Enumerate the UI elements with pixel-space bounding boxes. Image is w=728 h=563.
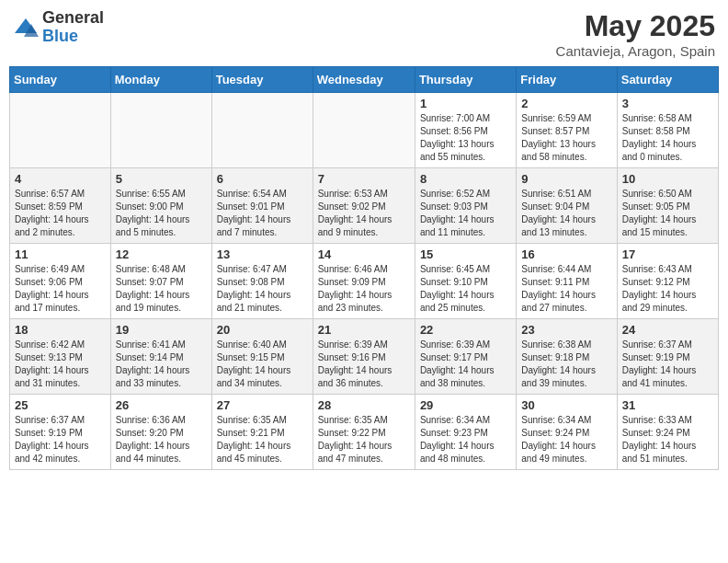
day-info-line: Sunrise: 6:43 AM	[622, 264, 692, 274]
day-info-line: Sunrise: 6:37 AM	[622, 339, 692, 350]
day-info: Sunrise: 6:47 AMSunset: 9:08 PMDaylight:…	[217, 263, 308, 315]
day-number: 9	[521, 172, 611, 186]
day-number: 25	[15, 398, 106, 412]
day-number: 21	[318, 323, 410, 337]
day-info: Sunrise: 6:35 AMSunset: 9:21 PMDaylight:…	[217, 414, 308, 465]
calendar-cell: 24Sunrise: 6:37 AMSunset: 9:19 PMDayligh…	[617, 319, 718, 395]
day-info: Sunrise: 6:37 AMSunset: 9:19 PMDaylight:…	[622, 339, 713, 390]
day-info: Sunrise: 6:39 AMSunset: 9:16 PMDaylight:…	[318, 339, 410, 390]
day-info-line: Sunrise: 6:51 AM	[521, 189, 591, 199]
day-info-line: Sunrise: 6:38 AM	[521, 339, 591, 350]
day-header-wednesday: Wednesday	[313, 67, 415, 93]
calendar: SundayMondayTuesdayWednesdayThursdayFrid…	[9, 66, 719, 470]
day-info-line: Daylight: 14 hours	[15, 214, 89, 224]
day-info: Sunrise: 6:59 AMSunset: 8:57 PMDaylight:…	[521, 112, 611, 164]
day-info-line: Sunset: 8:58 PM	[622, 126, 690, 136]
day-info: Sunrise: 6:51 AMSunset: 9:04 PMDaylight:…	[521, 188, 611, 239]
day-info-line: Sunrise: 6:47 AM	[217, 264, 287, 274]
day-info-line: Daylight: 14 hours	[15, 290, 89, 300]
day-number: 28	[318, 398, 410, 412]
calendar-cell: 25Sunrise: 6:37 AMSunset: 9:19 PMDayligh…	[10, 395, 111, 470]
calendar-cell: 2Sunrise: 6:59 AMSunset: 8:57 PMDaylight…	[517, 93, 617, 168]
day-info: Sunrise: 6:52 AMSunset: 9:03 PMDaylight:…	[420, 188, 511, 239]
day-info-line: Daylight: 14 hours	[217, 214, 291, 224]
day-info-line: Sunrise: 6:37 AM	[15, 415, 85, 425]
day-info-line: and 44 minutes.	[116, 454, 181, 464]
day-info-line: Sunset: 9:10 PM	[420, 277, 488, 287]
day-info-line: and 38 minutes.	[420, 378, 485, 388]
day-info-line: and 21 minutes.	[217, 303, 282, 313]
day-info-line: Sunrise: 6:35 AM	[318, 415, 388, 425]
day-info-line: Daylight: 14 hours	[318, 365, 392, 375]
day-info-line: Sunset: 9:00 PM	[116, 201, 184, 212]
day-info-line: Sunrise: 6:49 AM	[15, 264, 85, 274]
calendar-cell: 27Sunrise: 6:35 AMSunset: 9:21 PMDayligh…	[211, 395, 313, 470]
day-info-line: Daylight: 14 hours	[420, 441, 495, 451]
day-info-line: and 19 minutes.	[116, 303, 181, 313]
calendar-week-row: 4Sunrise: 6:57 AMSunset: 8:59 PMDaylight…	[10, 168, 719, 244]
day-info-line: and 39 minutes.	[521, 378, 586, 388]
day-info: Sunrise: 6:58 AMSunset: 8:58 PMDaylight:…	[622, 112, 713, 164]
day-number: 26	[116, 398, 207, 412]
day-info-line: and 47 minutes.	[318, 454, 383, 464]
day-info-line: and 5 minutes.	[116, 227, 176, 237]
day-info-line: Sunrise: 6:59 AM	[521, 113, 591, 123]
calendar-cell: 23Sunrise: 6:38 AMSunset: 9:18 PMDayligh…	[517, 319, 617, 395]
day-info: Sunrise: 6:43 AMSunset: 9:12 PMDaylight:…	[622, 263, 713, 315]
day-info: Sunrise: 6:40 AMSunset: 9:15 PMDaylight:…	[217, 339, 308, 390]
day-info-line: and 27 minutes.	[521, 303, 586, 313]
day-info-line: Sunrise: 6:44 AM	[521, 264, 591, 274]
day-info-line: Sunrise: 6:52 AM	[420, 189, 490, 199]
day-info-line: Sunset: 9:07 PM	[116, 277, 184, 287]
day-info-line: Sunset: 9:01 PM	[217, 201, 285, 212]
day-info-line: Sunrise: 6:45 AM	[420, 264, 490, 274]
day-info-line: Sunset: 9:17 PM	[420, 352, 488, 362]
calendar-cell: 3Sunrise: 6:58 AMSunset: 8:58 PMDaylight…	[617, 93, 718, 168]
day-number: 17	[622, 247, 713, 261]
day-number: 7	[318, 172, 410, 186]
day-info-line: Sunrise: 6:35 AM	[217, 415, 287, 425]
calendar-cell: 14Sunrise: 6:46 AMSunset: 9:09 PMDayligh…	[313, 244, 415, 319]
calendar-week-row: 25Sunrise: 6:37 AMSunset: 9:19 PMDayligh…	[10, 395, 719, 470]
calendar-cell: 9Sunrise: 6:51 AMSunset: 9:04 PMDaylight…	[517, 168, 617, 244]
day-info-line: Sunrise: 6:57 AM	[15, 189, 85, 199]
logo: General Blue	[13, 9, 104, 46]
day-info-line: Sunset: 9:19 PM	[622, 352, 690, 362]
day-info-line: Sunset: 9:12 PM	[622, 277, 690, 287]
day-info-line: and 36 minutes.	[318, 378, 383, 388]
day-info-line: Daylight: 14 hours	[318, 290, 392, 300]
day-info-line: and 33 minutes.	[116, 378, 181, 388]
calendar-cell: 16Sunrise: 6:44 AMSunset: 9:11 PMDayligh…	[517, 244, 617, 319]
day-info-line: Daylight: 14 hours	[116, 214, 190, 224]
calendar-cell: 10Sunrise: 6:50 AMSunset: 9:05 PMDayligh…	[617, 168, 718, 244]
day-info-line: Daylight: 14 hours	[521, 441, 596, 451]
day-info-line: Sunset: 9:02 PM	[318, 201, 386, 212]
day-info-line: Sunset: 8:57 PM	[521, 126, 589, 136]
day-info: Sunrise: 6:41 AMSunset: 9:14 PMDaylight:…	[116, 339, 207, 390]
day-info-line: Daylight: 14 hours	[521, 290, 596, 300]
day-info-line: Sunrise: 6:48 AM	[116, 264, 186, 274]
calendar-cell	[211, 93, 313, 168]
day-info: Sunrise: 6:50 AMSunset: 9:05 PMDaylight:…	[622, 188, 713, 239]
calendar-cell: 18Sunrise: 6:42 AMSunset: 9:13 PMDayligh…	[10, 319, 111, 395]
title-area: May 2025 Cantavieja, Aragon, Spain	[556, 9, 715, 59]
day-info-line: Sunset: 9:22 PM	[318, 428, 386, 438]
logo-icon	[13, 15, 39, 40]
day-info-line: Daylight: 14 hours	[420, 365, 495, 375]
day-info-line: Sunset: 9:16 PM	[318, 352, 386, 362]
day-info-line: and 48 minutes.	[420, 454, 485, 464]
day-info: Sunrise: 6:42 AMSunset: 9:13 PMDaylight:…	[15, 339, 106, 390]
day-info-line: and 2 minutes.	[15, 227, 75, 237]
day-info-line: and 29 minutes.	[622, 303, 688, 313]
calendar-cell: 21Sunrise: 6:39 AMSunset: 9:16 PMDayligh…	[313, 319, 415, 395]
day-number: 31	[622, 398, 713, 412]
calendar-cell	[10, 93, 111, 168]
calendar-cell: 22Sunrise: 6:39 AMSunset: 9:17 PMDayligh…	[415, 319, 516, 395]
day-info-line: Daylight: 14 hours	[622, 290, 697, 300]
day-info-line: and 42 minutes.	[15, 454, 80, 464]
calendar-week-row: 18Sunrise: 6:42 AMSunset: 9:13 PMDayligh…	[10, 319, 719, 395]
header: General Blue May 2025 Cantavieja, Aragon…	[9, 9, 719, 59]
day-info: Sunrise: 6:33 AMSunset: 9:24 PMDaylight:…	[622, 414, 713, 465]
day-number: 1	[420, 97, 511, 110]
calendar-cell: 31Sunrise: 6:33 AMSunset: 9:24 PMDayligh…	[617, 395, 718, 470]
